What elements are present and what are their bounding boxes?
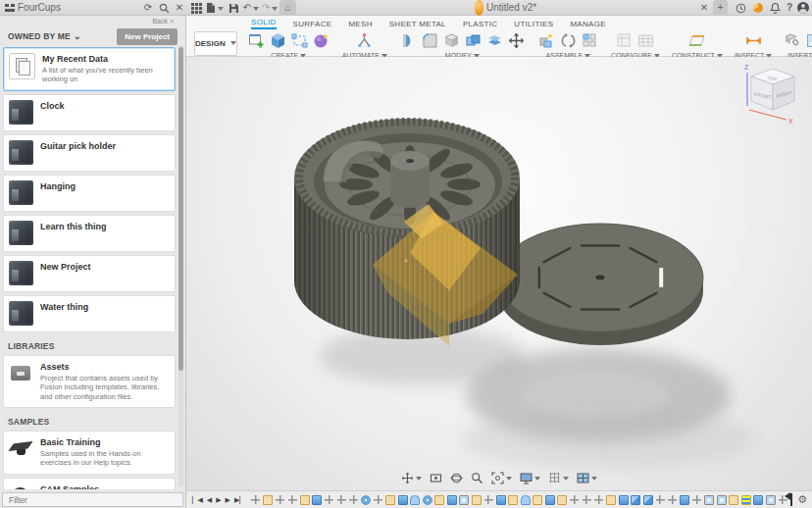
new-component-icon[interactable] [537, 31, 556, 50]
filter-input[interactable] [2, 492, 183, 507]
play-icon[interactable]: ▶ [216, 496, 221, 504]
profile-avatar[interactable] [796, 0, 809, 16]
fillet-icon[interactable] [421, 31, 439, 50]
configuration-icon[interactable] [615, 31, 634, 50]
project-card[interactable]: Water thing [3, 295, 176, 332]
timeline-feature-extrude[interactable] [545, 495, 555, 505]
timeline-feature-fillet[interactable] [410, 495, 420, 505]
timeline-feature-move[interactable] [325, 495, 334, 505]
tab-surface[interactable]: SURFACE [293, 20, 332, 29]
timeline-feature-sketch[interactable] [533, 495, 542, 505]
timeline-feature-fillet[interactable] [521, 495, 531, 505]
undo-icon[interactable]: ↶ [242, 0, 260, 16]
zoom-icon[interactable] [470, 471, 484, 485]
timeline-feature-pattern[interactable] [423, 495, 432, 505]
timeline-feature-boxed[interactable] [459, 495, 469, 505]
step-back-icon[interactable]: ◀ [207, 496, 212, 504]
timeline-feature-sketch[interactable] [606, 495, 616, 505]
timeline-feature-extrude[interactable] [447, 495, 457, 505]
project-card[interactable]: Assets Project that contains assets used… [3, 355, 176, 408]
tab-solid[interactable]: SOLID [251, 18, 277, 29]
insert-derive-icon[interactable] [784, 31, 802, 50]
timeline-feature-extrude[interactable] [753, 495, 763, 505]
timeline-feature-combine[interactable] [643, 495, 653, 505]
redo-icon[interactable]: ↷ [261, 0, 279, 16]
extrude-icon[interactable] [269, 31, 287, 50]
save-icon[interactable] [227, 0, 240, 16]
timeline-feature-move[interactable] [276, 495, 285, 505]
project-card[interactable]: CAM Samples Samples demonstrating CAM fu… [3, 478, 176, 489]
project-card[interactable]: My Recent Data A list of what you've rec… [3, 47, 176, 91]
look-at-icon[interactable] [429, 471, 443, 485]
canvas-image-icon[interactable] [805, 31, 812, 50]
timeline-feature-highlight[interactable] [741, 495, 751, 505]
timeline-feature-move[interactable] [582, 495, 591, 505]
create-form-icon[interactable] [312, 31, 330, 50]
combine-icon[interactable] [464, 31, 482, 50]
timeline-feature-move[interactable] [692, 495, 702, 505]
project-card[interactable]: New Project [3, 255, 176, 292]
new-tab-icon[interactable]: + [713, 0, 728, 16]
document-tab-title[interactable]: Untitled v2* [486, 0, 536, 16]
fit-icon[interactable] [490, 471, 513, 485]
project-card[interactable]: Clock [3, 94, 176, 131]
measure-icon[interactable] [744, 31, 763, 50]
pan-icon[interactable] [400, 471, 423, 485]
extension-status-icon[interactable] [751, 0, 764, 16]
tab-mesh[interactable]: MESH [348, 20, 372, 29]
create-sketch-icon[interactable] [247, 31, 266, 50]
team-icon[interactable] [4, 0, 16, 16]
configuration-table-icon[interactable] [636, 31, 655, 50]
tab-plastic[interactable]: PLASTIC [463, 20, 497, 29]
display-settings-icon[interactable] [519, 471, 541, 485]
timeline-feature-boxed[interactable] [717, 495, 727, 505]
scrollbar-thumb[interactable] [178, 47, 183, 371]
design-workspace-dropdown[interactable]: DESIGN [194, 31, 237, 56]
team-name[interactable]: FourCups [18, 0, 61, 16]
timeline-feature-move[interactable] [336, 495, 346, 505]
automate-icon[interactable] [355, 31, 374, 50]
viewports-icon[interactable] [576, 471, 598, 485]
timeline-feature-move[interactable] [483, 495, 493, 505]
go-to-end-icon[interactable]: ▶▏ [234, 496, 245, 504]
project-card[interactable]: Learn this thing [3, 215, 176, 252]
timeline-feature-move[interactable] [668, 495, 678, 505]
orbit-icon[interactable] [449, 471, 464, 485]
timeline-feature-move[interactable] [349, 495, 359, 505]
timeline-settings-gear-icon[interactable]: ⚙ [797, 493, 807, 506]
project-card[interactable]: Guitar pick holder [3, 134, 176, 172]
timeline-feature-sketch[interactable] [508, 495, 518, 505]
go-to-start-icon[interactable]: ▏◀ [192, 496, 203, 504]
timeline-feature-boxed[interactable] [766, 495, 776, 505]
timeline-feature-extrude[interactable] [680, 495, 689, 505]
timeline-feature-extrude[interactable] [398, 495, 408, 505]
tab-sheet-metal[interactable]: SHEET METAL [389, 20, 446, 29]
timeline-feature-sketch[interactable] [729, 495, 738, 505]
refresh-icon[interactable]: ⟳ [141, 0, 155, 16]
disc-lid-model[interactable] [497, 224, 703, 345]
timeline-position-marker[interactable] [790, 493, 792, 506]
timeline-feature-sketch[interactable] [472, 495, 482, 505]
timeline-feature-sketch[interactable] [300, 495, 310, 505]
help-icon[interactable]: ? [784, 0, 795, 16]
timeline-feature-combine[interactable] [631, 495, 640, 505]
step-forward-icon[interactable]: ▶ [226, 496, 230, 504]
timeline-feature-sketch[interactable] [557, 495, 567, 505]
offset-face-icon[interactable] [485, 31, 504, 50]
close-panel-icon[interactable]: ✕ [173, 0, 186, 16]
sketch-dimension-icon[interactable] [290, 31, 309, 50]
view-cube[interactable]: Z X TOP FRONT RIGHT [734, 61, 802, 126]
timeline-feature-move[interactable] [655, 495, 665, 505]
job-status-icon[interactable] [734, 0, 747, 16]
timeline-feature-move[interactable] [251, 495, 261, 505]
timeline-feature-sketch[interactable] [385, 495, 395, 505]
home-tab-icon[interactable]: ⌂ [279, 0, 296, 16]
timeline-feature-pattern[interactable] [361, 495, 371, 505]
viewport-canvas[interactable]: Z X TOP FRONT RIGHT [186, 57, 812, 490]
notifications-bell-icon[interactable] [768, 0, 782, 16]
back-link[interactable]: Back > [152, 18, 174, 25]
timeline-feature-sketch[interactable] [434, 495, 444, 505]
project-card[interactable]: Basic Training Samples used in the Hands… [3, 431, 176, 475]
move-copy-icon[interactable] [507, 31, 526, 50]
pattern-icon[interactable] [581, 31, 599, 50]
